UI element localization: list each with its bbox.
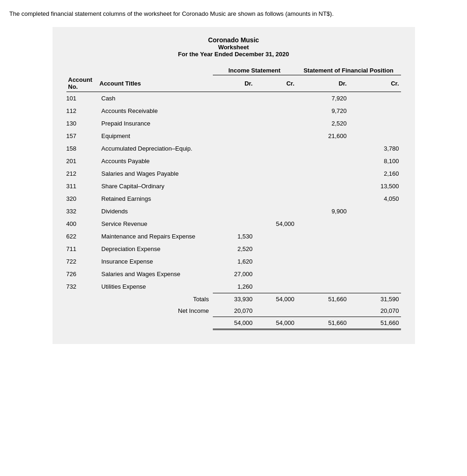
sfp-cr-cell: 3,780 — [349, 142, 401, 155]
is-cr-cell: 54,000 — [255, 218, 296, 230]
is-cr-cell — [255, 180, 296, 192]
is-dr-cell: 1,530 — [213, 230, 255, 243]
table-row: 158Accumulated Depreciation–Equip.3,780 — [66, 142, 401, 155]
table-row: 622Maintenance and Repairs Expense1,530 — [66, 230, 401, 243]
is-cr-cell — [255, 167, 296, 180]
is-dr-cell: 2,520 — [213, 243, 255, 255]
sfp-cr-cell — [349, 218, 401, 230]
is-cr-cell — [255, 92, 296, 105]
table-row: 400Service Revenue54,000 — [66, 218, 401, 230]
is-cr-cell — [255, 117, 296, 130]
acct-title-cell: Salaries and Wages Payable — [98, 167, 213, 180]
is-cr-cell — [255, 243, 296, 255]
final-sfp-dr: 51,660 — [296, 317, 349, 330]
is-cr-cell — [255, 280, 296, 293]
group-header-row: Income Statement Statement of Financial … — [66, 65, 401, 75]
is-dr-header: Dr. — [213, 75, 255, 92]
is-dr-cell — [213, 92, 255, 105]
acct-title-cell: Accounts Receivable — [98, 105, 213, 117]
sfp-dr-cell — [296, 230, 349, 243]
table-row: 332Dividends9,900 — [66, 205, 401, 218]
is-cr-cell — [255, 155, 296, 167]
sfp-dr-cell: 9,900 — [296, 205, 349, 218]
acct-no-cell: 212 — [66, 167, 98, 180]
sfp-cr-cell: 4,050 — [349, 192, 401, 205]
acct-no-line1: Account — [68, 76, 92, 83]
ni-sfp-cr: 20,070 — [349, 305, 401, 317]
is-dr-cell — [213, 155, 255, 167]
acct-no-cell: 201 — [66, 155, 98, 167]
is-dr-cell — [213, 167, 255, 180]
sfp-dr-cell — [296, 255, 349, 268]
sfp-dr-cell — [296, 280, 349, 293]
is-cr-cell — [255, 130, 296, 142]
sfp-dr-cell — [296, 218, 349, 230]
sfp-dr-cell: 21,600 — [296, 130, 349, 142]
is-dr-cell: 27,000 — [213, 268, 255, 280]
acct-no-cell: 311 — [66, 180, 98, 192]
sfp-dr-cell — [296, 142, 349, 155]
table-row: 320Retained Earnings4,050 — [66, 192, 401, 205]
ni-sfp-dr — [296, 305, 349, 317]
is-dr-cell — [213, 180, 255, 192]
is-cr-cell — [255, 230, 296, 243]
is-dr-cell: 1,620 — [213, 255, 255, 268]
net-income-row: Net Income 20,070 20,070 — [66, 305, 401, 317]
table-row: 711Depreciation Expense2,520 — [66, 243, 401, 255]
sfp-dr-cell: 9,720 — [296, 105, 349, 117]
acct-title-cell: Utilities Expense — [98, 280, 213, 293]
acct-no-cell: 158 — [66, 142, 98, 155]
acct-title-cell: Retained Earnings — [98, 192, 213, 205]
is-dr-cell — [213, 205, 255, 218]
table-row: 112Accounts Receivable9,720 — [66, 105, 401, 117]
acct-no-cell: 112 — [66, 105, 98, 117]
acct-no-cell: 622 — [66, 230, 98, 243]
sfp-cr-cell: 8,100 — [349, 155, 401, 167]
sfp-cr-cell — [349, 268, 401, 280]
acct-no-cell: 320 — [66, 192, 98, 205]
final-is-dr: 54,000 — [213, 317, 255, 330]
sfp-cr-cell — [349, 243, 401, 255]
income-statement-header: Income Statement — [213, 65, 296, 75]
sfp-cr-cell — [349, 230, 401, 243]
acct-title-cell: Insurance Expense — [98, 255, 213, 268]
acct-title-cell: Salaries and Wages Expense — [98, 268, 213, 280]
sfp-cr-cell — [349, 92, 401, 105]
worksheet-title: Coronado Music Worksheet For the Year En… — [66, 36, 401, 58]
acct-titles-header: Account Titles — [98, 75, 213, 92]
table-row: 130Prepaid Insurance2,520 — [66, 117, 401, 130]
ni-is-cr — [255, 305, 296, 317]
sfp-cr-cell — [349, 205, 401, 218]
final-sfp-cr: 51,660 — [349, 317, 401, 330]
is-dr-cell — [213, 142, 255, 155]
acct-no-line2: No. — [68, 83, 78, 90]
is-dr-cell — [213, 130, 255, 142]
acct-no-cell: 711 — [66, 243, 98, 255]
acct-no-cell: 722 — [66, 255, 98, 268]
acct-no-cell: 101 — [66, 92, 98, 105]
table-row: 732Utilities Expense1,260 — [66, 280, 401, 293]
is-cr-cell — [255, 255, 296, 268]
sfp-dr-cell — [296, 268, 349, 280]
sfp-cr-cell: 2,160 — [349, 167, 401, 180]
final-is-cr: 54,000 — [255, 317, 296, 330]
company-name: Coronado Music — [66, 36, 401, 44]
table-row: 101Cash7,920 — [66, 92, 401, 105]
acct-title-cell: Dividends — [98, 205, 213, 218]
acct-title-cell: Share Capital–Ordinary — [98, 180, 213, 192]
table-row: 311Share Capital–Ordinary13,500 — [66, 180, 401, 192]
totals-is-dr: 33,930 — [213, 293, 255, 305]
acct-title-cell: Maintenance and Repairs Expense — [98, 230, 213, 243]
sfp-cr-cell — [349, 117, 401, 130]
acct-no-cell: 726 — [66, 268, 98, 280]
sfp-dr-header: Dr. — [296, 75, 349, 92]
acct-title-cell: Prepaid Insurance — [98, 117, 213, 130]
is-cr-header: Cr. — [255, 75, 296, 92]
acct-title-cell: Accounts Payable — [98, 155, 213, 167]
totals-sfp-cr: 31,590 — [349, 293, 401, 305]
is-cr-cell — [255, 105, 296, 117]
is-cr-cell — [255, 142, 296, 155]
acct-title-cell: Cash — [98, 92, 213, 105]
is-dr-cell — [213, 117, 255, 130]
worksheet-table: Income Statement Statement of Financial … — [66, 65, 401, 331]
